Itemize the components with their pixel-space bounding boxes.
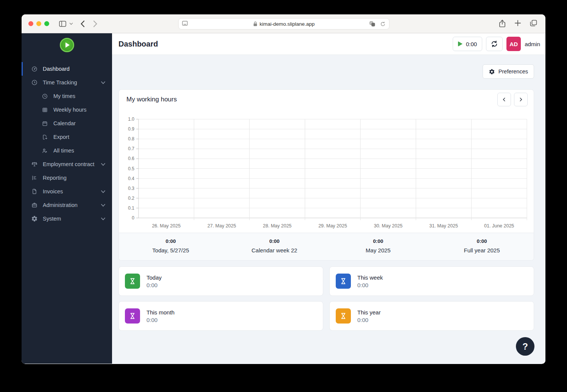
svg-text:0.1: 0.1 (128, 205, 134, 211)
sidebar-toggle-icon[interactable] (59, 21, 66, 27)
chevron-down-icon (101, 217, 106, 221)
sidebar-item-system[interactable]: System (22, 212, 112, 226)
timer-value: 0:00 (466, 41, 477, 47)
reload-icon[interactable] (380, 21, 386, 27)
refresh-icon (491, 40, 498, 48)
start-timer-button[interactable]: 0:00 (453, 37, 482, 51)
clock-icon (42, 93, 48, 100)
sidebar-item-all-times[interactable]: All times (22, 144, 112, 157)
briefcase-icon (31, 202, 38, 208)
chevron-down-icon (101, 190, 106, 193)
scale-icon (31, 161, 38, 168)
next-period-button[interactable] (514, 93, 528, 106)
hourglass-icon (125, 308, 140, 324)
table-icon (42, 106, 48, 113)
share-icon[interactable] (499, 20, 506, 28)
sidebar-item-label: System (43, 216, 61, 222)
svg-text:0.3: 0.3 (128, 186, 134, 191)
sidebar-item-employment-contract[interactable]: Employment contract (22, 157, 112, 171)
refresh-button[interactable] (486, 37, 503, 51)
gauge-icon (31, 65, 38, 72)
chevron-left-icon (502, 97, 507, 102)
window-controls (28, 21, 49, 26)
chevron-down-icon (101, 163, 106, 166)
sidebar-item-dashboard[interactable]: Dashboard (22, 62, 112, 76)
minimize-window-button[interactable] (36, 21, 41, 26)
translate-icon[interactable] (369, 21, 375, 26)
hourglass-icon (125, 274, 140, 289)
sidebar-item-label: Invoices (43, 188, 63, 194)
sidebar-item-label: Export (53, 134, 69, 140)
summary-row: 0:00 Today, 5/27/25 0:00 Calendar week 2… (119, 233, 534, 260)
sidebar-item-my-times[interactable]: My times (22, 89, 112, 103)
svg-text:0.6: 0.6 (128, 156, 134, 161)
back-button[interactable] (81, 20, 85, 27)
preferences-button[interactable]: Preferences (483, 64, 534, 79)
report-icon (31, 174, 38, 181)
kimai-logo-icon[interactable] (60, 38, 74, 52)
sidebar: Dashboard Time Tracking My times (22, 33, 112, 364)
calendar-icon (42, 120, 48, 127)
working-hours-card: My working hours 00.10.20.30.40.50.60.70… (118, 89, 534, 261)
username[interactable]: admin (525, 41, 540, 47)
sidebar-item-label: Dashboard (43, 66, 70, 72)
page-header: Dashboard 0:00 AD admin (112, 33, 545, 55)
page-settings-icon[interactable] (182, 20, 188, 27)
sidebar-item-export[interactable]: Export (22, 130, 112, 144)
chevron-down-icon (101, 204, 106, 207)
invoice-file-icon (31, 188, 38, 195)
tab-overview-icon[interactable] (530, 20, 537, 26)
svg-text:0.2: 0.2 (128, 196, 134, 201)
svg-text:0: 0 (132, 215, 134, 221)
sidebar-item-label: Time Tracking (43, 79, 77, 86)
hourglass-icon (336, 308, 351, 324)
sidebar-item-weekly-hours[interactable]: Weekly hours (22, 103, 112, 117)
stat-card-this-week: This week 0:00 (329, 266, 534, 296)
browser-window: kimai-demo.sliplane.app Dashboard (22, 14, 545, 364)
sidebar-item-calendar[interactable]: Calendar (22, 117, 112, 130)
url-text: kimai-demo.sliplane.app (260, 21, 315, 27)
close-window-button[interactable] (28, 21, 33, 26)
preferences-label: Preferences (498, 68, 528, 75)
svg-text:30. May 2025: 30. May 2025 (374, 223, 403, 229)
sidebar-item-administration[interactable]: Administration (22, 198, 112, 212)
stat-card-this-month: This month 0:00 (118, 301, 323, 331)
sidebar-item-reporting[interactable]: Reporting (22, 171, 112, 185)
help-button[interactable]: ? (516, 337, 534, 356)
address-bar[interactable]: kimai-demo.sliplane.app (178, 18, 389, 30)
svg-text:0.5: 0.5 (128, 166, 134, 171)
svg-text:29. May 2025: 29. May 2025 (318, 223, 347, 229)
forward-button[interactable] (93, 20, 97, 27)
sidebar-item-label: Administration (43, 202, 78, 208)
gear-icon (489, 68, 495, 75)
svg-text:0.4: 0.4 (128, 176, 134, 181)
users-icon (42, 147, 48, 154)
sidebar-item-label: My times (53, 93, 75, 99)
file-export-icon (42, 134, 48, 140)
previous-period-button[interactable] (497, 93, 511, 106)
stat-card-today: Today 0:00 (118, 266, 323, 296)
sidebar-item-label: Employment contract (43, 161, 94, 167)
sidebar-item-time-tracking[interactable]: Time Tracking (22, 76, 112, 89)
summary-month: 0:00 May 2025 (326, 238, 430, 254)
sidebar-item-invoices[interactable]: Invoices (22, 185, 112, 198)
chevron-right-icon (518, 97, 523, 102)
sidebar-item-label: All times (53, 148, 74, 154)
hourglass-icon (336, 274, 351, 289)
working-hours-chart: 00.10.20.30.40.50.60.70.80.91.026. May 2… (119, 109, 534, 233)
avatar[interactable]: AD (506, 37, 521, 51)
new-tab-icon[interactable] (514, 20, 521, 26)
svg-text:0.8: 0.8 (128, 136, 134, 142)
svg-text:31. May 2025: 31. May 2025 (429, 223, 458, 229)
zoom-window-button[interactable] (44, 21, 49, 26)
summary-week: 0:00 Calendar week 22 (223, 238, 326, 254)
chevron-down-icon[interactable] (69, 22, 73, 25)
chevron-down-icon (101, 81, 106, 84)
play-icon (458, 41, 463, 47)
page-title: Dashboard (118, 40, 158, 48)
svg-text:01. June 2025: 01. June 2025 (484, 223, 514, 229)
clock-icon (31, 79, 38, 86)
card-title: My working hours (126, 96, 177, 103)
stat-card-this-year: This year 0:00 (329, 301, 534, 331)
svg-text:0.7: 0.7 (128, 146, 134, 151)
